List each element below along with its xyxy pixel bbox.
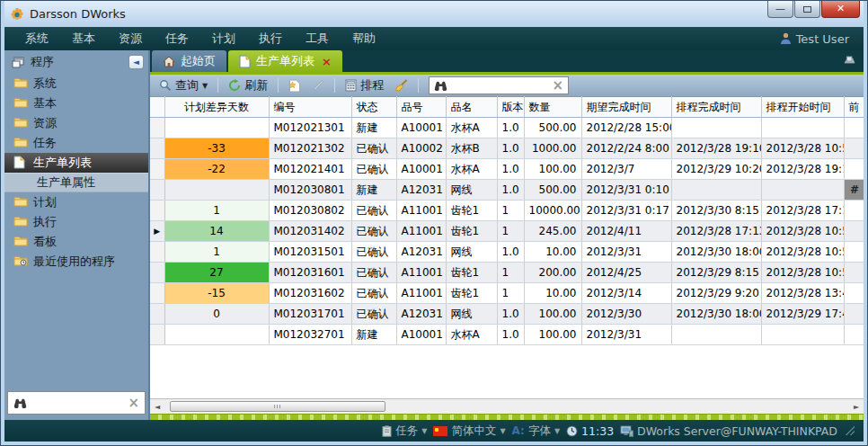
- cell-version[interactable]: 1.0: [497, 118, 524, 138]
- column-header[interactable]: 排程开始时间: [761, 97, 844, 118]
- cell-plan-diff-days[interactable]: [164, 180, 269, 201]
- cell-version[interactable]: 1: [497, 263, 524, 283]
- cell-version[interactable]: 1: [497, 201, 524, 221]
- cell-item-no[interactable]: A12031: [396, 242, 446, 263]
- float-window-icon[interactable]: [842, 55, 856, 66]
- cell-item-name[interactable]: 网线: [446, 242, 497, 263]
- query-button[interactable]: 查询 ▼: [155, 76, 211, 94]
- title-bar[interactable]: Darsson DWorks — ✕: [4, 1, 864, 27]
- cell-quantity[interactable]: 500.00: [524, 180, 581, 201]
- row-indicator[interactable]: [150, 263, 164, 283]
- cell-scheduled-finish[interactable]: 2012/3/29 10:20: [671, 159, 761, 180]
- cell-plan-diff-days[interactable]: -15: [164, 283, 269, 304]
- cell-status[interactable]: 已确认: [351, 304, 396, 325]
- column-header[interactable]: 版本: [497, 97, 524, 118]
- column-header[interactable]: 编号: [269, 97, 351, 118]
- cell-scheduled-start[interactable]: [761, 325, 844, 345]
- cell-order-no[interactable]: M012031402: [269, 221, 351, 242]
- cell-extra[interactable]: #: [844, 180, 864, 201]
- cell-extra[interactable]: [844, 201, 864, 221]
- sidebar-item[interactable]: 执行: [4, 212, 148, 232]
- cell-item-no[interactable]: A11001: [396, 221, 446, 242]
- column-header[interactable]: 品名: [446, 97, 497, 118]
- column-header[interactable]: 前: [844, 97, 864, 118]
- cell-version[interactable]: 1.0: [497, 180, 524, 201]
- row-indicator[interactable]: [150, 242, 164, 263]
- column-header[interactable]: 状态: [351, 97, 396, 118]
- user-area[interactable]: Test User: [780, 32, 855, 46]
- font-dropdown-icon[interactable]: ▼: [554, 427, 560, 435]
- cell-extra[interactable]: [844, 283, 864, 304]
- column-header[interactable]: [150, 97, 164, 118]
- maximize-button[interactable]: [794, 1, 820, 18]
- sidebar-item[interactable]: 生产单属性: [4, 173, 148, 192]
- column-header[interactable]: 排程完成时间: [671, 97, 761, 118]
- cell-version[interactable]: 1.0: [497, 325, 524, 345]
- cell-version[interactable]: 1.0: [497, 138, 524, 159]
- cell-expected-finish[interactable]: 2012/3/31: [581, 325, 671, 345]
- cell-scheduled-start[interactable]: 2012/3/28 10:52: [761, 221, 844, 242]
- row-indicator[interactable]: [150, 304, 164, 325]
- menu-item[interactable]: 基本: [60, 31, 107, 47]
- cell-expected-finish[interactable]: 2012/3/31: [581, 242, 671, 263]
- column-header[interactable]: 计划差异天数: [164, 97, 269, 118]
- cell-item-no[interactable]: A11001: [396, 263, 446, 283]
- statusbar-language-menu[interactable]: 简体中文 ▼: [433, 424, 505, 439]
- cell-quantity[interactable]: 200.00: [524, 263, 581, 283]
- cell-status[interactable]: 新建: [351, 118, 396, 138]
- row-indicator[interactable]: [150, 159, 164, 180]
- cell-extra[interactable]: [844, 263, 864, 283]
- cell-order-no[interactable]: M012021401: [269, 159, 351, 180]
- cell-version[interactable]: 1: [497, 283, 524, 304]
- cell-item-no[interactable]: A11001: [396, 201, 446, 221]
- menu-item[interactable]: 系统: [13, 31, 60, 47]
- cell-expected-finish[interactable]: 2012/3/7: [581, 159, 671, 180]
- language-dropdown-icon[interactable]: ▼: [500, 427, 505, 435]
- cell-scheduled-start[interactable]: 2012/3/28 10:52: [761, 263, 844, 283]
- cell-order-no[interactable]: M012031602: [269, 283, 351, 304]
- sidebar-item[interactable]: 系统: [4, 74, 148, 94]
- cell-scheduled-finish[interactable]: [671, 118, 761, 138]
- cell-status[interactable]: 新建: [351, 325, 396, 345]
- cell-item-no[interactable]: A10002: [396, 138, 446, 159]
- row-indicator[interactable]: [150, 325, 164, 345]
- schedule-button[interactable]: 排程: [341, 76, 387, 94]
- sidebar-item[interactable]: 计划: [4, 192, 148, 212]
- current-row-indicator[interactable]: ▶: [150, 221, 164, 242]
- minimize-button[interactable]: —: [767, 1, 793, 18]
- cell-order-no[interactable]: M012031701: [269, 304, 351, 325]
- cell-scheduled-finish[interactable]: 2012/3/29 9:20: [671, 283, 761, 304]
- column-header[interactable]: 期望完成时间: [581, 97, 671, 118]
- cell-scheduled-finish[interactable]: 2012/3/28 19:10: [671, 138, 761, 159]
- cell-item-name[interactable]: 网线: [446, 304, 497, 325]
- cell-scheduled-start[interactable]: 2012/3/28 19:10: [761, 159, 844, 180]
- cell-quantity[interactable]: 10000.00: [524, 201, 581, 221]
- cell-extra[interactable]: [844, 221, 864, 242]
- cell-plan-diff-days[interactable]: 0: [164, 304, 269, 325]
- cell-order-no[interactable]: M012030801: [269, 180, 351, 201]
- menu-item[interactable]: 计划: [200, 31, 247, 47]
- clean-button[interactable]: [391, 78, 412, 93]
- sidebar-item[interactable]: 任务: [4, 133, 148, 153]
- cell-expected-finish[interactable]: 2012/3/14: [581, 283, 671, 304]
- cell-expected-finish[interactable]: 2012/2/24 8:00: [581, 138, 671, 159]
- cell-quantity[interactable]: 100.00: [524, 325, 581, 345]
- cell-status[interactable]: 已确认: [351, 242, 396, 263]
- cell-extra[interactable]: [844, 138, 864, 159]
- cell-scheduled-start[interactable]: 2012/3/29 17:46: [761, 304, 844, 325]
- collapse-sidebar-button[interactable]: ◄: [128, 55, 144, 69]
- scroll-right-icon[interactable]: ►: [849, 403, 864, 411]
- cell-item-no[interactable]: A12031: [396, 304, 446, 325]
- menu-item[interactable]: 帮助: [341, 31, 387, 47]
- cell-order-no[interactable]: M012031601: [269, 263, 351, 283]
- cell-quantity[interactable]: 100.00: [524, 159, 581, 180]
- cell-item-no[interactable]: A10001: [396, 325, 446, 345]
- cell-expected-finish[interactable]: 2012/3/30: [581, 304, 671, 325]
- cell-quantity[interactable]: 100.00: [524, 304, 581, 325]
- cell-status[interactable]: 已确认: [351, 138, 396, 159]
- cell-status[interactable]: 已确认: [351, 221, 396, 242]
- cell-version[interactable]: 1.0: [497, 304, 524, 325]
- refresh-button[interactable]: 刷新: [225, 76, 271, 94]
- cell-scheduled-finish[interactable]: 2012/3/30 8:15: [671, 201, 761, 221]
- cell-extra[interactable]: [844, 159, 864, 180]
